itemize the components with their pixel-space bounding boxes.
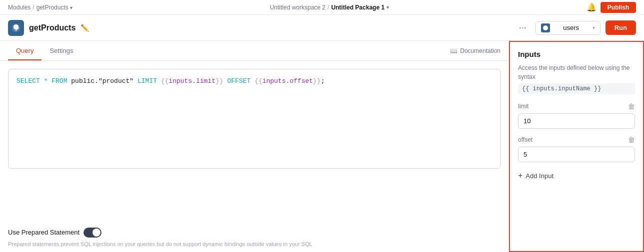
breadcrumb-package[interactable]: Untitled Package 1 (331, 4, 384, 11)
datasource-name: users (563, 24, 579, 31)
limit-input[interactable] (518, 113, 635, 129)
header-bar: getProducts ✏️ ··· users ▾ Run (0, 15, 644, 41)
main-area: Query Settings 📖 Documentation SELECT * … (0, 41, 644, 252)
code-table: "product" (98, 77, 134, 85)
breadcrumb: Modules / getProducts ▾ (8, 4, 72, 11)
left-panel: Query Settings 📖 Documentation SELECT * … (0, 41, 509, 252)
add-input-button[interactable]: + Add Input (518, 169, 635, 182)
limit-label-row: limit 🗑 (518, 102, 635, 110)
tabs-bar: Query Settings 📖 Documentation (0, 41, 508, 61)
code-limit-kw: LIMIT (138, 77, 157, 85)
breadcrumb-workspace[interactable]: Untitled workspace 2 (270, 4, 326, 11)
limit-label: limit (518, 103, 528, 110)
prepared-statement-section: Use Prepared Statement Prepared statemen… (0, 222, 508, 252)
offset-input[interactable] (518, 147, 635, 162)
code-tag1-close: }} (216, 77, 224, 85)
offset-input-group: offset 🗑 (518, 136, 635, 162)
more-options-button[interactable]: ··· (515, 20, 530, 35)
tab-query[interactable]: Query (8, 42, 42, 60)
code-area[interactable]: SELECT * FROM public."product" LIMIT {{i… (0, 61, 508, 222)
breadcrumb-modules[interactable]: Modules (8, 4, 30, 11)
breadcrumb-sep3: / (328, 4, 329, 11)
breadcrumb-module[interactable]: getProducts ▾ (36, 4, 72, 11)
code-semicolon: ; (321, 77, 325, 85)
code-schema: public. (71, 77, 98, 85)
code-tag2-close: }} (313, 77, 321, 85)
top-nav-right: 🔔 Publish (586, 2, 636, 13)
run-button[interactable]: Run (606, 20, 636, 35)
postgres-logo (8, 20, 24, 36)
tab-settings[interactable]: Settings (42, 42, 81, 60)
breadcrumb-sep1: / (32, 4, 34, 11)
prepared-row: Use Prepared Statement (8, 228, 500, 238)
breadcrumb-center: Untitled workspace 2 / Untitled Package … (270, 4, 389, 11)
code-editor[interactable]: SELECT * FROM public."product" LIMIT {{i… (8, 69, 500, 169)
limit-input-group: limit 🗑 (518, 102, 635, 129)
code-tag2-open: {{ (254, 77, 262, 85)
code-select-kw: SELECT (16, 77, 40, 85)
notification-icon[interactable]: 🔔 (586, 2, 596, 12)
datasource-icon (541, 23, 550, 32)
code-star: * (44, 77, 48, 85)
header-right: ··· users ▾ Run (515, 20, 636, 35)
add-plus-icon: + (518, 171, 522, 180)
inputs-title: Inputs (518, 50, 635, 58)
prepared-label: Use Prepared Statement (8, 229, 80, 236)
toggle-thumb (92, 229, 100, 237)
book-icon: 📖 (450, 47, 458, 54)
code-tag1-field: inputs.limit (168, 77, 216, 85)
prepared-description: Prepared statements prevent SQL injectio… (8, 241, 500, 248)
svg-point-1 (543, 25, 548, 30)
inputs-description: Access the inputs defined below using th… (518, 63, 635, 81)
edit-icon[interactable]: ✏️ (80, 24, 89, 32)
offset-label-row: offset 🗑 (518, 136, 635, 144)
offset-label: offset (518, 136, 532, 143)
inputs-syntax: {{ inputs.inputName }} (518, 83, 635, 94)
code-from-kw: FROM (52, 77, 67, 85)
package-chevron-icon[interactable]: ▾ (386, 4, 389, 10)
tabs-left: Query Settings (8, 42, 81, 60)
module-chevron-icon[interactable]: ▾ (70, 5, 72, 10)
publish-button[interactable]: Publish (600, 2, 636, 13)
code-offset-kw: OFFSET (227, 77, 250, 85)
documentation-label: Documentation (460, 47, 500, 54)
prepared-statement-toggle[interactable] (84, 228, 102, 238)
documentation-button[interactable]: 📖 Documentation (450, 47, 500, 54)
offset-delete-icon[interactable]: 🗑 (628, 136, 635, 144)
add-input-label: Add Input (526, 172, 554, 180)
top-nav: Modules / getProducts ▾ Untitled workspa… (0, 0, 644, 15)
header-left: getProducts ✏️ (8, 20, 89, 36)
code-tag1-open: {{ (161, 77, 169, 85)
datasource-selector[interactable]: users ▾ (536, 21, 600, 35)
page-title: getProducts (29, 23, 76, 32)
inputs-panel: Inputs Access the inputs defined below u… (509, 41, 644, 252)
limit-delete-icon[interactable]: 🗑 (628, 102, 635, 110)
datasource-chevron-icon: ▾ (592, 25, 595, 30)
code-tag2-field: inputs.offset (262, 77, 313, 85)
